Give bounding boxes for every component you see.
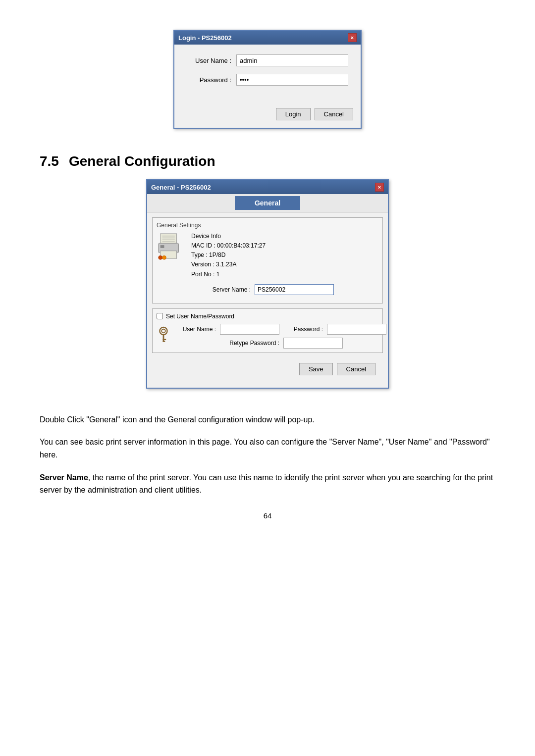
user-key-icon [157, 326, 171, 346]
set-user-checkbox-row: Set User Name/Password [157, 313, 378, 320]
username-label: User Name : [187, 57, 231, 64]
login-footer: Login Cancel [174, 103, 361, 128]
general-dialog: General - PS256002 × General General Set… [146, 179, 389, 389]
server-name-label: Server Name : [201, 286, 251, 293]
body-paragraph-3: Server Name, the name of the print serve… [40, 471, 495, 497]
general-cancel-button[interactable]: Cancel [337, 363, 375, 375]
device-info-label: Device Info [191, 233, 266, 240]
username-row: User Name : [187, 54, 348, 66]
port-no: Port No : 1 [191, 270, 266, 279]
general-dialog-wrapper: General - PS256002 × General General Set… [40, 179, 495, 389]
retype-row: Retype Password : [176, 338, 386, 349]
svg-rect-12 [163, 334, 164, 342]
set-user-checkbox[interactable] [157, 313, 163, 319]
server-name-bold: Server Name [40, 473, 88, 482]
password-label: Password : [187, 76, 231, 84]
section-number: 7.5 [40, 153, 59, 169]
body-paragraph-2: You can see basic print server informati… [40, 436, 495, 461]
login-titlebar: Login - PS256002 × [174, 31, 361, 45]
up-password-input[interactable] [327, 324, 386, 335]
username-pass-row: User Name : Password : [176, 324, 386, 335]
svg-point-10 [160, 327, 167, 335]
svg-rect-14 [163, 341, 165, 342]
general-footer: Save Cancel [152, 358, 383, 383]
set-user-label: Set User Name/Password [166, 313, 234, 320]
login-title: Login - PS256002 [178, 34, 232, 42]
user-pass-fields: User Name : Password : Retype Password : [176, 324, 386, 349]
body-paragraph-3-suffix: , the name of the print server. You can … [40, 473, 493, 495]
svg-point-8 [159, 255, 162, 259]
general-titlebar: General - PS256002 × [147, 180, 388, 194]
retype-password-input[interactable] [283, 338, 343, 349]
up-username-label: User Name : [176, 326, 216, 333]
svg-point-11 [161, 329, 165, 333]
mac-id: MAC ID : 00:00:B4:03:17:27 [191, 241, 266, 251]
device-info-row: Device Info MAC ID : 00:00:B4:03:17:27 T… [157, 233, 378, 279]
login-dialog: Login - PS256002 × User Name : Password … [173, 30, 362, 129]
up-password-label: Password : [283, 326, 323, 333]
svg-point-9 [162, 255, 166, 259]
server-name-input[interactable] [255, 284, 334, 295]
password-row: Password : [187, 74, 348, 86]
general-tab-header: General [147, 194, 388, 212]
user-icon-row: User Name : Password : Retype Password : [157, 324, 378, 349]
login-button[interactable]: Login [276, 108, 311, 120]
close-icon: × [351, 35, 354, 41]
section-title: General Configuration [69, 153, 215, 169]
svg-rect-13 [163, 339, 166, 340]
general-tab[interactable]: General [235, 196, 300, 210]
login-dialog-wrapper: Login - PS256002 × User Name : Password … [40, 30, 495, 129]
body-section: Double Click "General" icon and the Gene… [40, 413, 495, 497]
save-button[interactable]: Save [299, 363, 333, 375]
section-heading: 7.5 General Configuration [40, 153, 495, 169]
login-body: User Name : Password : [174, 45, 361, 103]
user-pass-group: Set User Name/Password [152, 308, 383, 353]
login-close-button[interactable]: × [348, 33, 357, 42]
page-number: 64 [40, 511, 495, 520]
general-close-icon: × [378, 184, 381, 190]
server-name-row: Server Name : [157, 284, 378, 295]
printer-icon [157, 233, 186, 262]
device-info-text: MAC ID : 00:00:B4:03:17:27 Type : 1P/8D … [191, 241, 266, 279]
cancel-button[interactable]: Cancel [315, 108, 353, 120]
device-version: Version : 3.1.23A [191, 260, 266, 269]
retype-label: Retype Password : [220, 340, 279, 347]
up-username-input[interactable] [220, 324, 279, 335]
body-paragraph-1: Double Click "General" icon and the Gene… [40, 413, 495, 426]
device-info-content: Device Info MAC ID : 00:00:B4:03:17:27 T… [191, 233, 266, 279]
svg-rect-6 [160, 245, 164, 248]
device-type: Type : 1P/8D [191, 251, 266, 260]
general-close-button[interactable]: × [375, 183, 384, 192]
general-dialog-title: General - PS256002 [151, 184, 211, 191]
general-settings-group: General Settings [152, 217, 383, 303]
password-input[interactable] [236, 74, 348, 86]
general-body: General Settings [147, 212, 388, 388]
general-settings-legend: General Settings [157, 222, 378, 229]
username-input[interactable] [236, 54, 348, 66]
